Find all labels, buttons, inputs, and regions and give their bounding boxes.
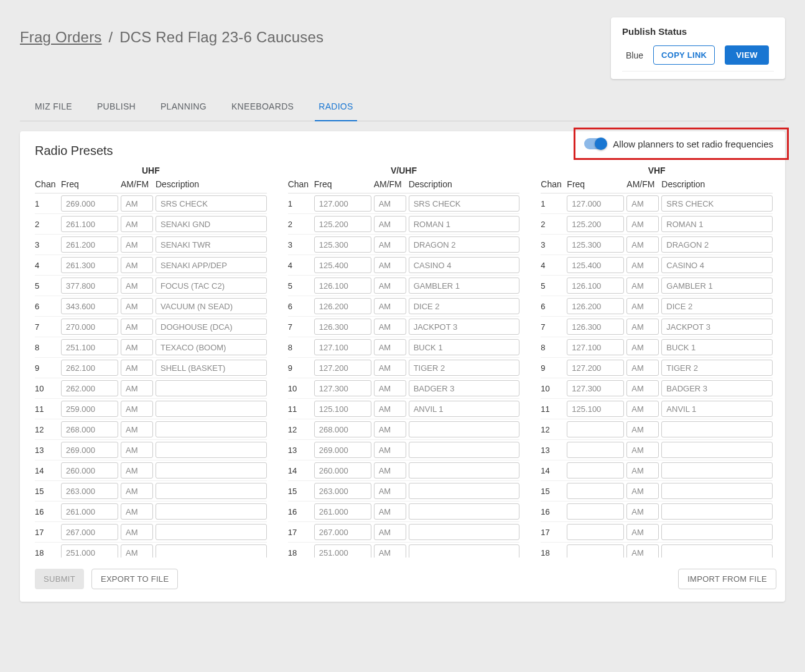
amfm-input[interactable]: [626, 483, 659, 499]
import-from-file-button[interactable]: IMPORT FROM FILE: [678, 569, 776, 589]
desc-input[interactable]: [661, 278, 773, 294]
freq-input[interactable]: [567, 360, 624, 376]
freq-input[interactable]: [61, 462, 118, 478]
desc-input[interactable]: [661, 544, 773, 558]
desc-input[interactable]: [661, 503, 773, 520]
freq-input[interactable]: [314, 236, 371, 253]
freq-input[interactable]: [314, 442, 371, 458]
desc-input[interactable]: [661, 442, 773, 458]
amfm-input[interactable]: [626, 442, 659, 458]
amfm-input[interactable]: [626, 298, 659, 314]
desc-input[interactable]: [661, 524, 773, 540]
desc-input[interactable]: [661, 339, 773, 355]
radios-scroll-area[interactable]: UHFChanFreqAM/FMDescription1234567891011…: [35, 166, 776, 558]
desc-input[interactable]: [661, 462, 773, 478]
freq-input[interactable]: [61, 339, 118, 355]
desc-input[interactable]: [661, 257, 773, 273]
amfm-input[interactable]: [121, 257, 153, 273]
amfm-input[interactable]: [121, 216, 153, 232]
tab-publish[interactable]: PUBLISH: [93, 95, 139, 121]
amfm-input[interactable]: [626, 544, 659, 558]
desc-input[interactable]: [156, 524, 267, 540]
tab-radios[interactable]: RADIOS: [315, 95, 356, 121]
amfm-input[interactable]: [121, 524, 153, 540]
desc-input[interactable]: [156, 195, 267, 212]
desc-input[interactable]: [661, 421, 773, 437]
freq-input[interactable]: [61, 401, 118, 417]
freq-input[interactable]: [314, 503, 371, 520]
desc-input[interactable]: [156, 442, 267, 458]
freq-input[interactable]: [567, 236, 624, 253]
desc-input[interactable]: [409, 298, 520, 314]
desc-input[interactable]: [409, 216, 520, 232]
desc-input[interactable]: [156, 278, 267, 294]
amfm-input[interactable]: [374, 216, 406, 232]
desc-input[interactable]: [409, 401, 520, 417]
amfm-input[interactable]: [626, 236, 659, 253]
desc-input[interactable]: [156, 257, 267, 273]
amfm-input[interactable]: [374, 524, 406, 540]
freq-input[interactable]: [314, 483, 371, 499]
freq-input[interactable]: [61, 483, 118, 499]
copy-link-button[interactable]: COPY LINK: [653, 45, 715, 65]
desc-input[interactable]: [156, 319, 267, 335]
desc-input[interactable]: [661, 195, 773, 212]
amfm-input[interactable]: [374, 544, 406, 558]
freq-input[interactable]: [314, 421, 371, 437]
amfm-input[interactable]: [374, 298, 406, 314]
freq-input[interactable]: [567, 483, 624, 499]
desc-input[interactable]: [409, 278, 520, 294]
amfm-input[interactable]: [626, 360, 659, 376]
desc-input[interactable]: [409, 442, 520, 458]
desc-input[interactable]: [409, 544, 520, 558]
amfm-input[interactable]: [121, 442, 153, 458]
freq-input[interactable]: [567, 462, 624, 478]
freq-input[interactable]: [567, 442, 624, 458]
freq-input[interactable]: [567, 278, 624, 294]
desc-input[interactable]: [661, 298, 773, 314]
amfm-input[interactable]: [121, 544, 153, 558]
freq-input[interactable]: [314, 524, 371, 540]
amfm-input[interactable]: [626, 195, 659, 212]
freq-input[interactable]: [61, 524, 118, 540]
freq-input[interactable]: [61, 421, 118, 437]
freq-input[interactable]: [567, 195, 624, 212]
desc-input[interactable]: [661, 483, 773, 499]
amfm-input[interactable]: [626, 319, 659, 335]
amfm-input[interactable]: [626, 257, 659, 273]
amfm-input[interactable]: [374, 401, 406, 417]
desc-input[interactable]: [661, 319, 773, 335]
freq-input[interactable]: [314, 298, 371, 314]
amfm-input[interactable]: [121, 278, 153, 294]
desc-input[interactable]: [409, 319, 520, 335]
amfm-input[interactable]: [374, 503, 406, 520]
freq-input[interactable]: [567, 503, 624, 520]
amfm-input[interactable]: [626, 380, 659, 396]
amfm-input[interactable]: [374, 442, 406, 458]
desc-input[interactable]: [409, 339, 520, 355]
desc-input[interactable]: [156, 483, 267, 499]
amfm-input[interactable]: [121, 236, 153, 253]
freq-input[interactable]: [61, 360, 118, 376]
amfm-input[interactable]: [121, 319, 153, 335]
amfm-input[interactable]: [626, 462, 659, 478]
freq-input[interactable]: [567, 380, 624, 396]
amfm-input[interactable]: [626, 339, 659, 355]
freq-input[interactable]: [61, 278, 118, 294]
amfm-input[interactable]: [374, 236, 406, 253]
freq-input[interactable]: [61, 442, 118, 458]
view-button[interactable]: VIEW: [725, 45, 768, 65]
desc-input[interactable]: [409, 257, 520, 273]
desc-input[interactable]: [409, 360, 520, 376]
desc-input[interactable]: [409, 236, 520, 253]
amfm-input[interactable]: [626, 524, 659, 540]
desc-input[interactable]: [156, 401, 267, 417]
amfm-input[interactable]: [374, 339, 406, 355]
freq-input[interactable]: [314, 401, 371, 417]
amfm-input[interactable]: [374, 380, 406, 396]
freq-input[interactable]: [314, 360, 371, 376]
amfm-input[interactable]: [626, 216, 659, 232]
freq-input[interactable]: [567, 524, 624, 540]
amfm-input[interactable]: [374, 319, 406, 335]
amfm-input[interactable]: [626, 278, 659, 294]
